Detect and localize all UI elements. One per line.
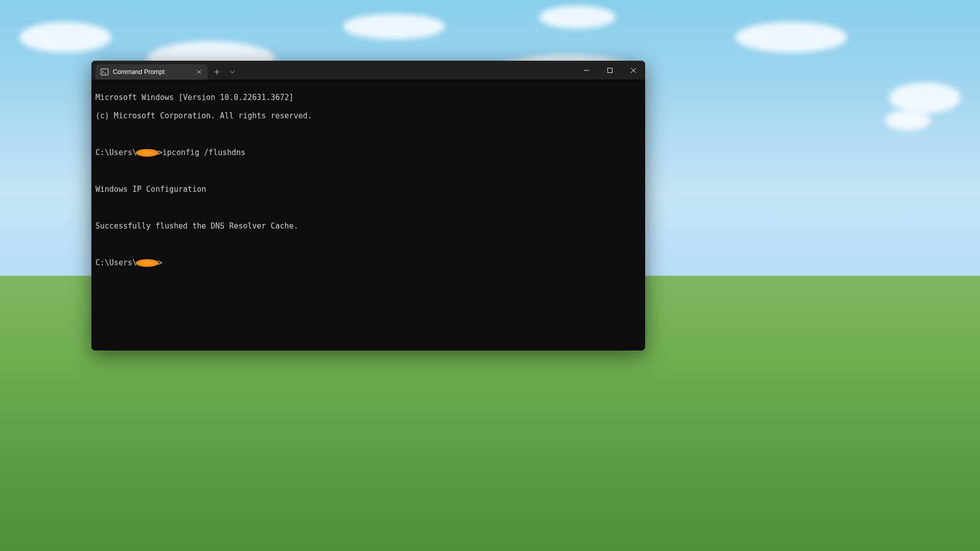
tab-dropdown-button[interactable]	[225, 65, 239, 79]
terminal-line	[95, 130, 641, 139]
tab-title: Command Prompt	[113, 68, 190, 76]
svg-rect-3	[608, 68, 612, 72]
redacted-username	[136, 259, 159, 267]
prompt-prefix: C:\Users\	[95, 148, 137, 157]
tab-command-prompt[interactable]: Command Prompt	[95, 64, 208, 80]
prompt-prefix: C:\Users\	[95, 258, 137, 267]
tab-close-button[interactable]	[194, 67, 204, 77]
terminal-line: Successfully flushed the DNS Resolver Ca…	[95, 221, 641, 231]
terminal-prompt-line: C:\Users\>ipconfig /flushdns	[95, 148, 641, 157]
maximize-button[interactable]	[598, 61, 622, 80]
close-window-button[interactable]	[622, 61, 645, 80]
terminal-line: Windows IP Configuration	[95, 185, 641, 194]
prompt-suffix: >	[158, 148, 162, 157]
titlebar[interactable]: Command Prompt	[91, 61, 645, 80]
terminal-line: Microsoft Windows [Version 10.0.22631.36…	[95, 93, 641, 102]
terminal-output[interactable]: Microsoft Windows [Version 10.0.22631.36…	[91, 80, 645, 350]
svg-rect-0	[101, 69, 108, 75]
terminal-prompt-line: C:\Users\>	[95, 258, 641, 267]
prompt-suffix: >	[158, 258, 162, 267]
terminal-line	[95, 240, 641, 249]
new-tab-button[interactable]	[210, 65, 224, 79]
redacted-username	[136, 149, 159, 157]
command-text: ipconfig /flushdns	[162, 148, 246, 157]
terminal-line	[95, 166, 641, 176]
terminal-window: Command Prompt Mic	[91, 61, 645, 350]
minimize-button[interactable]	[575, 61, 598, 80]
command-prompt-icon	[101, 68, 109, 76]
terminal-line: (c) Microsoft Corporation. All rights re…	[95, 111, 641, 120]
terminal-line	[95, 203, 641, 212]
